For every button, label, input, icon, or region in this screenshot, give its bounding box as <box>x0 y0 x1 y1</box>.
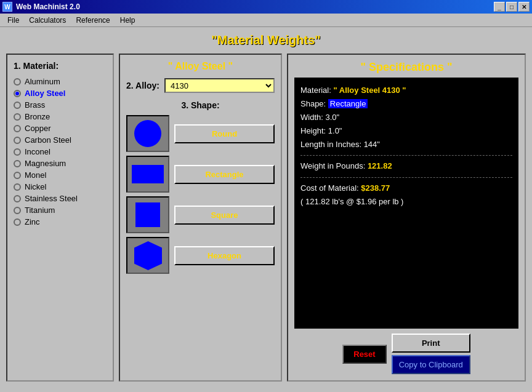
material-list: Aluminum Alloy Steel Brass Bronze Copper <box>14 77 107 226</box>
material-heading: 1. Material: <box>14 61 107 71</box>
shape-row-round: Round <box>126 115 275 152</box>
alloy-row: 2. Alloy: 4130 4140 4340 8620 <box>126 78 275 93</box>
material-item-titanium[interactable]: Titanium <box>14 206 107 215</box>
app-icon: W <box>2 2 12 12</box>
material-label-magnesium: Magnesium <box>25 159 66 168</box>
print-button[interactable]: Print <box>392 334 470 353</box>
shape-row-rectangle: Rectangle <box>126 156 275 193</box>
specs-weight-line: Weight in Pounds: 121.82 <box>300 159 512 173</box>
radio-copper <box>14 125 21 132</box>
material-label-stainless-steel: Stainless Steel <box>25 194 78 203</box>
reset-button[interactable]: Reset <box>342 345 386 364</box>
specs-width-line: Width: 3.0" <box>300 111 512 124</box>
material-label-alloy-steel: Alloy Steel <box>25 89 65 98</box>
material-label-zinc: Zinc <box>25 217 40 226</box>
specs-height-line: Height: 1.0" <box>300 124 512 138</box>
radio-titanium <box>14 207 21 214</box>
specs-buttons: Reset Print Copy to Clipboard <box>294 334 518 374</box>
shape-icon-rectangle <box>126 156 169 193</box>
material-label-copper: Copper <box>25 124 51 133</box>
material-item-aluminum[interactable]: Aluminum <box>14 77 107 86</box>
alloy-label: 2. Alloy: <box>126 81 159 90</box>
shape-list: Round Rectangle <box>126 115 275 274</box>
specs-material-value: " Alloy Steel 4130 " <box>333 86 406 95</box>
specs-title: " Specifications " <box>294 61 518 74</box>
shape-label: 3. Shape: <box>126 100 275 110</box>
specs-cost-value: $238.77 <box>361 183 390 193</box>
radio-bronze <box>14 113 21 121</box>
shape-button-round[interactable]: Round <box>174 124 275 143</box>
clipboard-button[interactable]: Copy to Clipboard <box>392 355 470 374</box>
shape-button-square[interactable]: Square <box>174 206 275 225</box>
svg-rect-2 <box>135 202 160 227</box>
radio-stainless-steel <box>14 195 21 202</box>
window-controls: _ □ ✕ <box>494 2 530 12</box>
material-item-copper[interactable]: Copper <box>14 124 107 133</box>
radio-carbon-steel <box>14 137 21 144</box>
radio-aluminum <box>14 78 21 86</box>
maximize-button[interactable]: □ <box>506 2 517 12</box>
material-item-magnesium[interactable]: Magnesium <box>14 159 107 168</box>
svg-marker-3 <box>134 241 162 270</box>
shape-icon-square <box>126 196 169 233</box>
material-item-nickel[interactable]: Nickel <box>14 182 107 191</box>
shape-button-hexagon[interactable]: Hexagon <box>174 246 275 265</box>
shape-row-hexagon: Hexagon <box>126 237 275 274</box>
radio-nickel <box>14 183 21 191</box>
specs-shape-value: Rectangle <box>328 99 368 108</box>
alloy-select[interactable]: 4130 4140 4340 8620 <box>164 78 275 93</box>
app-title: "Material Weights" <box>6 33 526 47</box>
material-item-zinc[interactable]: Zinc <box>14 217 107 226</box>
specs-content: Material: " Alloy Steel 4130 " Shape: Re… <box>294 78 518 329</box>
window-title: Web Machinist 2.0 <box>16 2 80 11</box>
radio-brass <box>14 102 21 109</box>
alloy-title: " Alloy Steel " <box>126 61 275 72</box>
material-label-bronze: Bronze <box>25 112 50 121</box>
radio-magnesium <box>14 160 21 167</box>
material-label-nickel: Nickel <box>25 182 46 191</box>
material-label-carbon-steel: Carbon Steel <box>25 135 71 145</box>
specifications-panel: " Specifications " Material: " Alloy Ste… <box>287 54 526 382</box>
material-item-alloy-steel[interactable]: Alloy Steel <box>14 89 107 98</box>
menu-reference[interactable]: Reference <box>71 15 115 26</box>
menu-bar: File Calculators Reference Help <box>0 14 532 27</box>
specs-divider-2 <box>300 177 512 178</box>
specs-cost-line: Cost of Material: $238.77 <box>300 182 512 195</box>
material-label-titanium: Titanium <box>25 206 55 215</box>
material-item-carbon-steel[interactable]: Carbon Steel <box>14 135 107 145</box>
material-label-monel: Monel <box>25 170 46 180</box>
main-content: "Material Weights" 1. Material: Aluminum… <box>0 27 532 392</box>
material-label-inconel: Inconel <box>25 147 50 156</box>
menu-help[interactable]: Help <box>115 15 140 26</box>
specs-cost-detail: ( 121.82 lb's @ $1.96 per lb ) <box>300 195 512 209</box>
menu-calculators[interactable]: Calculators <box>24 15 71 26</box>
close-button[interactable]: ✕ <box>518 2 530 12</box>
shape-icon-round <box>126 115 169 152</box>
specs-weight-value: 121.82 <box>368 161 392 170</box>
material-item-bronze[interactable]: Bronze <box>14 112 107 121</box>
shape-row-square: Square <box>126 196 275 233</box>
radio-monel <box>14 172 21 179</box>
shape-button-rectangle[interactable]: Rectangle <box>174 165 275 184</box>
svg-point-0 <box>134 120 161 147</box>
material-item-monel[interactable]: Monel <box>14 170 107 180</box>
material-label-aluminum: Aluminum <box>25 77 60 86</box>
specs-length-line: Length in Inches: 144" <box>300 138 512 151</box>
alloy-shape-panel: " Alloy Steel " 2. Alloy: 4130 4140 4340… <box>119 54 282 382</box>
specs-material-line: Material: " Alloy Steel 4130 " <box>300 84 512 97</box>
material-panel: 1. Material: Aluminum Alloy Steel Brass … <box>6 54 114 382</box>
material-item-inconel[interactable]: Inconel <box>14 147 107 156</box>
panels-container: 1. Material: Aluminum Alloy Steel Brass … <box>6 54 526 382</box>
minimize-button[interactable]: _ <box>494 2 505 12</box>
material-item-stainless-steel[interactable]: Stainless Steel <box>14 194 107 203</box>
specs-divider-1 <box>300 155 512 156</box>
menu-file[interactable]: File <box>2 15 24 26</box>
shape-icon-hexagon <box>126 237 169 274</box>
material-label-brass: Brass <box>25 100 45 110</box>
svg-rect-1 <box>132 165 164 183</box>
material-item-brass[interactable]: Brass <box>14 100 107 110</box>
radio-alloy-steel <box>14 90 21 97</box>
title-bar: W Web Machinist 2.0 _ □ ✕ <box>0 0 532 14</box>
radio-zinc <box>14 218 21 226</box>
radio-inconel <box>14 148 21 156</box>
